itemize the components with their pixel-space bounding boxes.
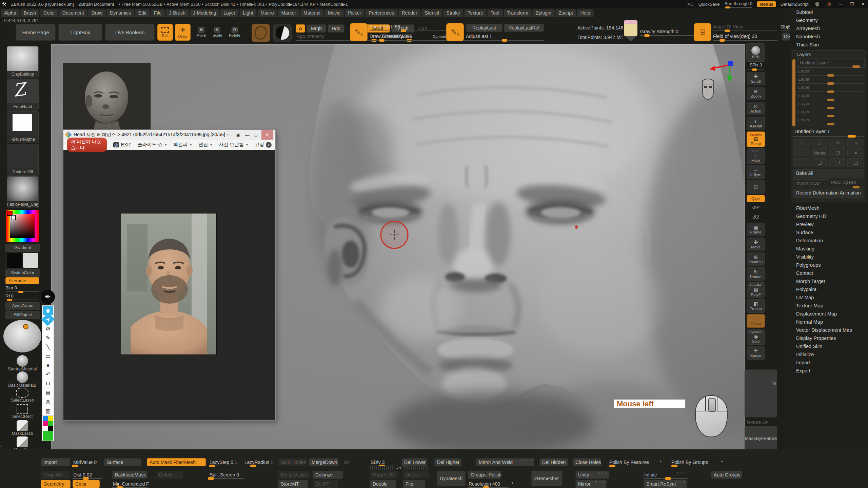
record-deformation-button[interactable]: Record Deformation Animation [793, 189, 864, 198]
import-mdd-button[interactable]: Import MDD [793, 179, 829, 187]
menu-item[interactable]: Document [59, 9, 87, 17]
layer-row[interactable]: Layer [797, 84, 865, 93]
menu-item[interactable]: Material [300, 9, 324, 17]
dock-left-icon[interactable]: ‹||| [813, 2, 820, 6]
mergedown-button[interactable]: MergeDown [309, 458, 339, 466]
draw-button[interactable]: ✛ Draw [175, 24, 191, 41]
lazystep-slider[interactable]: LazyStep 0.1 [209, 458, 241, 466]
smart-resym-button[interactable]: Smart ReSym X Y Z [644, 480, 687, 488]
frame-button[interactable]: ▣ Frame [747, 223, 765, 236]
groups-button[interactable]: Groups [468, 471, 485, 479]
menu-item[interactable]: Color [40, 9, 58, 17]
gyro-rotate-button[interactable]: R Rotate [226, 24, 243, 41]
panel-section[interactable]: Thick Skin [790, 41, 868, 49]
min-connected-slider[interactable]: Min Connected F [112, 480, 147, 488]
alpha-tile[interactable]: ~BrushAlpha [7, 111, 39, 143]
anchor-a-button[interactable]: A [296, 24, 305, 33]
active-color-swatch[interactable] [43, 431, 53, 441]
morph-uv-button[interactable]: Morph UV [370, 471, 398, 479]
material-tile-fabiopaiva[interactable]: FabioPaiva_Clay2 [7, 176, 39, 208]
swatch-black[interactable] [48, 426, 53, 431]
rgb-button[interactable]: Rgb [328, 24, 344, 33]
layer-row[interactable]: Layer [797, 117, 865, 125]
panel-section[interactable]: Subtool [790, 8, 868, 16]
menu-item[interactable]: Macro [257, 9, 277, 17]
dynamesh-button[interactable]: DynaMesh [437, 471, 466, 486]
menu-item[interactable]: J-Modeling [190, 9, 219, 17]
solo-button[interactable]: Dynamic ◉ Solo [747, 329, 765, 345]
menu-item[interactable]: Picker [344, 9, 364, 17]
texture-thumb[interactable]: Te [745, 369, 777, 418]
unify-button[interactable]: Unify X Y Z [575, 471, 609, 479]
menu-item[interactable]: Help [577, 9, 594, 17]
layer-action-button[interactable]: ↑ [793, 139, 810, 147]
menu-item[interactable]: Zplugin [532, 9, 555, 17]
exif-button[interactable]: ◎ EXIF [113, 142, 131, 147]
replay-last-rel-button[interactable]: ReplayLastRel [504, 24, 544, 32]
persp-button[interactable]: Dynamic ▦ Persp [747, 131, 765, 147]
mirror-button[interactable]: Mirror X Y Z [575, 480, 607, 488]
panel-section[interactable]: Unified Skin [790, 342, 868, 350]
ref-minimize-button[interactable]: — [244, 133, 251, 138]
photo-archive-menu[interactable]: 사진 보관함▼ [219, 142, 249, 148]
import-button[interactable]: Import [41, 458, 71, 466]
sdiv-slider[interactable]: SDiv 3 [370, 458, 398, 466]
rotate-z-button[interactable]: ↺Z [747, 213, 765, 221]
layer-action-button[interactable]: ❑ [847, 158, 864, 167]
mrgb-button[interactable]: Mrgb [307, 24, 326, 33]
panel-section[interactable]: Texture Map [790, 302, 868, 310]
double-button[interactable]: Double [370, 480, 396, 488]
replay-last-button[interactable]: ReplayLast [466, 24, 502, 32]
actual-button[interactable]: ⊙ Actual [747, 102, 765, 115]
backfacemask-button[interactable]: BackfaceMask [112, 471, 147, 479]
close-button[interactable]: ✕ [860, 2, 866, 6]
zoom3d-button[interactable]: ⊕ Zoom3D [747, 252, 765, 266]
layer-row[interactable]: Layer [797, 101, 865, 109]
flip-button[interactable]: Flip [403, 480, 425, 488]
panel-section[interactable]: Morph Target [790, 277, 868, 285]
undo-icon[interactable]: ↶ [43, 370, 53, 379]
polish-button[interactable]: Polish [486, 471, 501, 479]
pen-nib-icon[interactable]: ✒ [41, 290, 55, 304]
polyf-button[interactable]: Line Fill ▦ PolyF [747, 282, 765, 298]
resolution-slider[interactable]: Resolution 400 ● [468, 480, 509, 488]
new-version-button[interactable]: 새 버전이 나왔습니다. [67, 138, 107, 152]
bake-all-button[interactable]: Bake All [793, 169, 864, 178]
menu-item[interactable]: Texture [464, 9, 487, 17]
texture-tile[interactable]: Texture Off [7, 144, 39, 176]
panel-section[interactable]: UV Map [790, 293, 868, 302]
uv-label[interactable]: Uv [341, 458, 350, 466]
see-through-slider[interactable]: See-through 0 [725, 1, 752, 7]
panel-section[interactable]: ArrayMesh [790, 24, 868, 33]
color-button[interactable]: Color [73, 480, 100, 488]
canvas-scrubber[interactable]: ▲▼ [370, 466, 428, 470]
panel-section[interactable]: Initialize [790, 350, 868, 359]
delmt-button[interactable]: DelMT [313, 480, 338, 488]
pin-toggle[interactable]: 고정✔ [255, 142, 272, 148]
storemt-button[interactable]: StoreMT [278, 480, 308, 488]
lazyradius-slider[interactable]: LazyRadius 1 [244, 458, 275, 466]
dock-right-icon[interactable]: |||› [825, 2, 832, 6]
menu-item[interactable]: Tool [487, 9, 503, 17]
rf-slider[interactable]: Rf 0 [5, 293, 39, 300]
menu-item[interactable]: Render [398, 9, 421, 17]
edit-button[interactable]: Edit [157, 24, 173, 41]
auto-groups-button[interactable]: Auto Groups [711, 471, 742, 479]
menu-item[interactable]: J-Brush [166, 9, 189, 17]
dist-slider[interactable]: Dist 0.02 [73, 471, 102, 479]
scroll-button[interactable]: ✚ Scroll [747, 72, 765, 85]
move-button[interactable]: ✚ Move [747, 238, 765, 251]
projectall-button[interactable]: ProjectAll [41, 471, 71, 479]
lightbox-button[interactable]: LightBox [58, 24, 102, 41]
gyro-scale-button[interactable]: S Scale [210, 24, 224, 41]
panel-section[interactable]: NanoMesh [790, 33, 868, 41]
delete2-button[interactable]: Delete [403, 471, 429, 479]
layer-action-button[interactable] [793, 158, 810, 167]
menu-item[interactable]: Light [239, 9, 256, 17]
panel-section[interactable]: Display Properties [790, 334, 868, 342]
layer-row[interactable]: Layer [797, 68, 865, 76]
angle-of-view-slider[interactable]: Angle Of View [713, 24, 777, 31]
layers-scrollbar[interactable] [792, 59, 795, 126]
layer-action-button[interactable]: ❐ [829, 158, 846, 167]
live-boolean-button[interactable]: Live Boolean [105, 24, 155, 41]
